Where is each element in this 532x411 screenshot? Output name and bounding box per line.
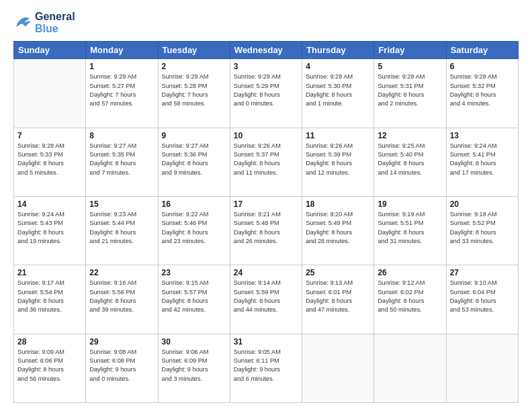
day-number: 22 xyxy=(89,268,154,277)
day-detail: Sunrise: 9:14 AMSunset: 5:59 PMDaylight:… xyxy=(234,279,298,314)
calendar-cell: 24Sunrise: 9:14 AMSunset: 5:59 PMDayligh… xyxy=(230,265,302,334)
day-detail: Sunrise: 9:22 AMSunset: 5:46 PMDaylight:… xyxy=(162,210,226,246)
day-number: 16 xyxy=(162,199,226,209)
calendar-day-header: Thursday xyxy=(302,42,374,59)
day-number: 31 xyxy=(234,337,298,347)
calendar-week-row: 21Sunrise: 9:17 AMSunset: 5:54 PMDayligh… xyxy=(14,265,519,334)
calendar-week-row: 14Sunrise: 9:24 AMSunset: 5:43 PMDayligh… xyxy=(14,196,519,265)
header: General Blue xyxy=(13,11,519,34)
day-detail: Sunrise: 9:21 AMSunset: 5:48 PMDaylight:… xyxy=(234,210,298,246)
day-detail: Sunrise: 9:17 AMSunset: 5:54 PMDaylight:… xyxy=(17,279,82,314)
calendar-cell xyxy=(446,334,518,402)
day-number: 21 xyxy=(17,268,82,277)
day-detail: Sunrise: 9:05 AMSunset: 6:11 PMDaylight:… xyxy=(234,348,298,383)
calendar-cell: 27Sunrise: 9:10 AMSunset: 6:04 PMDayligh… xyxy=(446,265,518,334)
day-number: 12 xyxy=(378,131,442,140)
day-detail: Sunrise: 9:16 AMSunset: 5:56 PMDaylight:… xyxy=(89,279,154,314)
day-number: 4 xyxy=(306,62,370,71)
calendar-cell: 10Sunrise: 9:26 AMSunset: 5:37 PMDayligh… xyxy=(230,128,302,196)
day-detail: Sunrise: 9:06 AMSunset: 6:09 PMDaylight:… xyxy=(162,348,226,383)
calendar-cell: 14Sunrise: 9:24 AMSunset: 5:43 PMDayligh… xyxy=(14,196,86,265)
calendar-cell: 9Sunrise: 9:27 AMSunset: 5:36 PMDaylight… xyxy=(158,128,230,196)
day-number: 8 xyxy=(89,131,154,140)
day-detail: Sunrise: 9:09 AMSunset: 6:06 PMDaylight:… xyxy=(17,348,82,383)
day-number: 28 xyxy=(17,337,82,347)
day-detail: Sunrise: 9:28 AMSunset: 5:30 PMDaylight:… xyxy=(306,73,370,108)
day-number: 23 xyxy=(162,268,226,277)
calendar-cell: 18Sunrise: 9:20 AMSunset: 5:49 PMDayligh… xyxy=(302,196,374,265)
day-detail: Sunrise: 9:12 AMSunset: 6:02 PMDaylight:… xyxy=(378,279,442,314)
day-detail: Sunrise: 9:28 AMSunset: 5:31 PMDaylight:… xyxy=(378,73,442,108)
day-number: 27 xyxy=(450,268,515,277)
day-number: 14 xyxy=(17,199,82,209)
page: General Blue SundayMondayTuesdayWednesda… xyxy=(0,0,532,411)
calendar-cell: 31Sunrise: 9:05 AMSunset: 6:11 PMDayligh… xyxy=(230,334,302,402)
logo-icon xyxy=(13,13,32,32)
day-detail: Sunrise: 9:15 AMSunset: 5:57 PMDaylight:… xyxy=(162,279,226,314)
day-detail: Sunrise: 9:28 AMSunset: 5:33 PMDaylight:… xyxy=(17,142,82,177)
day-detail: Sunrise: 9:29 AMSunset: 5:27 PMDaylight:… xyxy=(89,73,154,108)
day-number: 1 xyxy=(89,62,154,71)
logo: General Blue xyxy=(13,11,75,34)
calendar-day-header: Wednesday xyxy=(230,42,302,59)
day-number: 18 xyxy=(306,199,370,209)
calendar-cell: 28Sunrise: 9:09 AMSunset: 6:06 PMDayligh… xyxy=(14,334,86,402)
day-number: 26 xyxy=(378,268,442,277)
day-detail: Sunrise: 9:18 AMSunset: 5:52 PMDaylight:… xyxy=(450,210,515,246)
day-detail: Sunrise: 9:29 AMSunset: 5:29 PMDaylight:… xyxy=(234,73,298,108)
calendar-cell: 7Sunrise: 9:28 AMSunset: 5:33 PMDaylight… xyxy=(14,128,86,196)
calendar-cell: 15Sunrise: 9:23 AMSunset: 5:44 PMDayligh… xyxy=(86,196,158,265)
calendar-cell: 11Sunrise: 9:26 AMSunset: 5:39 PMDayligh… xyxy=(302,128,374,196)
day-detail: Sunrise: 9:10 AMSunset: 6:04 PMDaylight:… xyxy=(450,279,515,314)
day-number: 29 xyxy=(89,337,154,347)
day-number: 3 xyxy=(234,62,298,71)
calendar-cell xyxy=(302,334,374,402)
day-detail: Sunrise: 9:13 AMSunset: 6:01 PMDaylight:… xyxy=(306,279,370,314)
calendar-cell: 22Sunrise: 9:16 AMSunset: 5:56 PMDayligh… xyxy=(86,265,158,334)
calendar-cell: 5Sunrise: 9:28 AMSunset: 5:31 PMDaylight… xyxy=(374,59,446,128)
calendar-cell: 29Sunrise: 9:08 AMSunset: 6:08 PMDayligh… xyxy=(86,334,158,402)
day-number: 30 xyxy=(162,337,226,347)
calendar-cell: 26Sunrise: 9:12 AMSunset: 6:02 PMDayligh… xyxy=(374,265,446,334)
day-detail: Sunrise: 9:08 AMSunset: 6:08 PMDaylight:… xyxy=(89,348,154,383)
calendar-week-row: 1Sunrise: 9:29 AMSunset: 5:27 PMDaylight… xyxy=(14,59,519,128)
calendar-cell: 4Sunrise: 9:28 AMSunset: 5:30 PMDaylight… xyxy=(302,59,374,128)
day-number: 15 xyxy=(89,199,154,209)
day-number: 19 xyxy=(378,199,442,209)
calendar-cell: 12Sunrise: 9:25 AMSunset: 5:40 PMDayligh… xyxy=(374,128,446,196)
calendar-cell xyxy=(374,334,446,402)
calendar-day-header: Tuesday xyxy=(158,42,230,59)
calendar-day-header: Sunday xyxy=(14,42,86,59)
day-detail: Sunrise: 9:26 AMSunset: 5:37 PMDaylight:… xyxy=(234,142,298,177)
day-detail: Sunrise: 9:29 AMSunset: 5:28 PMDaylight:… xyxy=(162,73,226,108)
calendar-day-header: Monday xyxy=(86,42,158,59)
calendar-cell: 23Sunrise: 9:15 AMSunset: 5:57 PMDayligh… xyxy=(158,265,230,334)
day-number: 11 xyxy=(306,131,370,140)
calendar-week-row: 7Sunrise: 9:28 AMSunset: 5:33 PMDaylight… xyxy=(14,128,519,196)
calendar-day-header: Saturday xyxy=(446,42,518,59)
calendar-day-header: Friday xyxy=(374,42,446,59)
day-number: 9 xyxy=(162,131,226,140)
day-detail: Sunrise: 9:24 AMSunset: 5:41 PMDaylight:… xyxy=(450,142,515,177)
calendar-cell: 19Sunrise: 9:19 AMSunset: 5:51 PMDayligh… xyxy=(374,196,446,265)
day-number: 7 xyxy=(17,131,82,140)
calendar-cell: 21Sunrise: 9:17 AMSunset: 5:54 PMDayligh… xyxy=(14,265,86,334)
day-detail: Sunrise: 9:23 AMSunset: 5:44 PMDaylight:… xyxy=(89,210,154,246)
day-number: 20 xyxy=(450,199,515,209)
day-number: 13 xyxy=(450,131,515,140)
day-detail: Sunrise: 9:25 AMSunset: 5:40 PMDaylight:… xyxy=(378,142,442,177)
calendar-cell: 6Sunrise: 9:28 AMSunset: 5:32 PMDaylight… xyxy=(446,59,518,128)
day-detail: Sunrise: 9:20 AMSunset: 5:49 PMDaylight:… xyxy=(306,210,370,246)
day-detail: Sunrise: 9:26 AMSunset: 5:39 PMDaylight:… xyxy=(306,142,370,177)
calendar-week-row: 28Sunrise: 9:09 AMSunset: 6:06 PMDayligh… xyxy=(14,334,519,402)
day-number: 25 xyxy=(306,268,370,277)
logo-text: General Blue xyxy=(35,11,75,34)
day-detail: Sunrise: 9:27 AMSunset: 5:36 PMDaylight:… xyxy=(162,142,226,177)
calendar-cell: 20Sunrise: 9:18 AMSunset: 5:52 PMDayligh… xyxy=(446,196,518,265)
calendar-table: SundayMondayTuesdayWednesdayThursdayFrid… xyxy=(13,41,519,403)
day-detail: Sunrise: 9:24 AMSunset: 5:43 PMDaylight:… xyxy=(17,210,82,246)
calendar-cell: 1Sunrise: 9:29 AMSunset: 5:27 PMDaylight… xyxy=(86,59,158,128)
calendar-cell: 8Sunrise: 9:27 AMSunset: 5:35 PMDaylight… xyxy=(86,128,158,196)
calendar-cell: 2Sunrise: 9:29 AMSunset: 5:28 PMDaylight… xyxy=(158,59,230,128)
calendar-cell: 13Sunrise: 9:24 AMSunset: 5:41 PMDayligh… xyxy=(446,128,518,196)
